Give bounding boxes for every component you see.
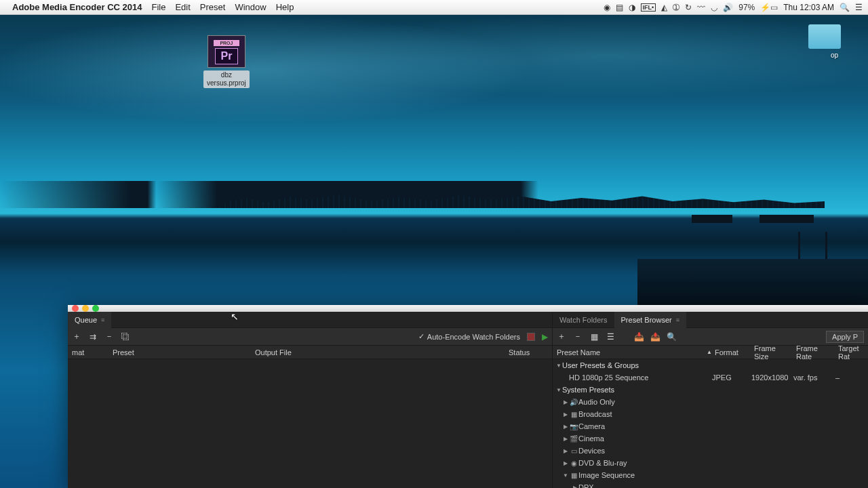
notification-center-icon[interactable]: ☰: [855, 3, 863, 12]
add-source-button[interactable]: ＋: [72, 331, 81, 342]
new-group-button[interactable]: ▦: [589, 332, 599, 342]
queue-column-headers: mat Preset Output File Status: [68, 346, 552, 359]
menubar-clock[interactable]: Thu 12:03 AM: [783, 3, 834, 12]
window-minimize-button[interactable]: [82, 305, 89, 312]
status-icon[interactable]: ◭: [661, 3, 667, 12]
app-name[interactable]: Adobe Media Encoder CC 2014: [12, 2, 142, 12]
auto-encode-checkbox[interactable]: ✓ Auto-Encode Watch Folders: [418, 332, 520, 341]
desktop-folder[interactable]: [808, 24, 841, 49]
status-icon[interactable]: ▤: [616, 3, 623, 12]
battery-icon[interactable]: ⚡▭: [760, 3, 778, 12]
preset-category[interactable]: ▶📷Camera: [553, 420, 868, 432]
preset-toolbar: ＋ － ▦ ☰ 📥 📤 🔍 Apply P: [553, 328, 868, 346]
apply-preset-button[interactable]: Apply P: [826, 331, 864, 343]
category-label: Devices: [578, 447, 868, 455]
category-label: Camera: [578, 422, 868, 430]
wifi-icon[interactable]: ◡: [711, 3, 717, 12]
preset-category[interactable]: ▶▭Devices: [553, 445, 868, 457]
menu-window[interactable]: Window: [235, 2, 266, 12]
col-frame-size[interactable]: Frame Size: [751, 344, 793, 361]
battery-percent[interactable]: 97%: [738, 3, 755, 12]
preset-category[interactable]: ▶🔊Audio Only: [553, 396, 868, 408]
group-user-presets[interactable]: ▼ User Presets & Groups: [553, 359, 868, 371]
queue-panel: Queue ≡ ＋ ⇉ － ⿻ ✓ Auto-Encode Watch Fold…: [68, 312, 553, 488]
tab-queue[interactable]: Queue ≡: [68, 312, 111, 328]
search-preset-button[interactable]: 🔍: [667, 332, 676, 342]
preset-category[interactable]: ▶🎬Cinema: [553, 432, 868, 445]
tab-watch-folders[interactable]: Watch Folders: [553, 312, 614, 328]
window-zoom-button[interactable]: [92, 305, 99, 312]
status-icon[interactable]: ◉: [604, 3, 610, 12]
col-frame-rate[interactable]: Frame Rate: [793, 344, 835, 361]
category-label: Cinema: [578, 434, 868, 443]
col-status[interactable]: Status: [505, 348, 552, 357]
preset-browser-panel: Watch Folders Preset Browser ≡ ＋ － ▦ ☰ 📥…: [553, 312, 868, 488]
new-preset-button[interactable]: ＋: [557, 331, 566, 342]
category-icon: ▦: [569, 411, 578, 418]
delete-preset-button[interactable]: －: [573, 331, 583, 342]
category-icon: 🎬: [569, 435, 578, 443]
disclosure-icon[interactable]: ▶: [572, 485, 578, 489]
menu-preset[interactable]: Preset: [200, 2, 226, 12]
status-icon[interactable]: IFL•: [641, 3, 656, 12]
spotlight-icon[interactable]: 🔍: [840, 3, 850, 12]
category-icon: 🔊: [569, 399, 578, 406]
tab-preset-browser[interactable]: Preset Browser ≡: [614, 312, 686, 328]
disclosure-icon[interactable]: ▼: [555, 363, 562, 369]
remove-button[interactable]: －: [104, 331, 114, 342]
category-icon: ▦: [569, 472, 578, 479]
group-system-presets[interactable]: ▼ System Presets: [553, 384, 868, 396]
queue-list[interactable]: [68, 359, 552, 488]
category-image-sequence[interactable]: ▼ ▦ Image Sequence: [553, 469, 868, 481]
disclosure-icon[interactable]: ▼: [555, 387, 562, 393]
col-format[interactable]: Format: [712, 348, 751, 357]
status-icon[interactable]: ↻: [685, 3, 692, 12]
preset-category[interactable]: ▶◉DVD & Blu-ray: [553, 457, 868, 469]
duplicate-button[interactable]: ⿻: [121, 332, 130, 342]
start-queue-button[interactable]: ▶: [542, 332, 548, 342]
disclosure-icon[interactable]: ▼: [562, 472, 569, 479]
col-output[interactable]: Output File: [251, 348, 505, 357]
category-label: DVD & Blu-ray: [578, 459, 868, 467]
ame-window: Queue ≡ ＋ ⇉ － ⿻ ✓ Auto-Encode Watch Fold…: [68, 305, 868, 488]
window-close-button[interactable]: [72, 305, 79, 312]
category-icon: 📷: [569, 423, 578, 430]
desktop-folder-label: op: [831, 52, 838, 59]
import-preset-button[interactable]: 📥: [634, 332, 644, 342]
preset-settings-button[interactable]: ☰: [606, 332, 615, 342]
disclosure-icon[interactable]: ▶: [562, 411, 569, 418]
sort-arrow-icon[interactable]: ▲: [704, 349, 712, 355]
status-icon[interactable]: ➀: [673, 3, 679, 12]
menu-help[interactable]: Help: [276, 2, 294, 12]
disclosure-icon[interactable]: ▶: [562, 436, 569, 442]
col-preset-name[interactable]: Preset Name: [553, 348, 704, 357]
panel-menu-icon[interactable]: ≡: [676, 317, 679, 323]
disclosure-icon[interactable]: ▶: [562, 460, 569, 466]
volume-icon[interactable]: 🔊: [723, 3, 733, 12]
status-icon[interactable]: 〰: [697, 3, 705, 12]
tab-queue-label: Queue: [75, 316, 97, 324]
category-dpx[interactable]: ▶ DPX: [553, 481, 868, 488]
category-icon: ◉: [569, 460, 578, 467]
menu-edit[interactable]: Edit: [175, 2, 190, 12]
desktop-file-prproj[interactable]: Pr dbz versus.prproj: [203, 35, 250, 88]
add-output-button[interactable]: ⇉: [88, 332, 98, 342]
category-label: Broadcast: [578, 410, 868, 418]
status-icon[interactable]: ◑: [629, 3, 635, 12]
panel-menu-icon[interactable]: ≡: [101, 317, 104, 323]
disclosure-icon[interactable]: ▶: [562, 424, 569, 430]
col-target-rate[interactable]: Target Rat: [835, 344, 868, 361]
preset-tree[interactable]: ▼ User Presets & Groups HD 1080p 25 Sequ…: [553, 359, 868, 488]
category-icon: ▭: [569, 447, 578, 455]
col-format[interactable]: mat: [68, 348, 108, 357]
stop-queue-button[interactable]: [527, 333, 535, 341]
window-titlebar[interactable]: [68, 305, 868, 312]
preset-category[interactable]: ▶▦Broadcast: [553, 408, 868, 420]
col-preset[interactable]: Preset: [108, 348, 251, 357]
premiere-icon: Pr: [215, 48, 238, 64]
disclosure-icon[interactable]: ▶: [562, 399, 569, 405]
menu-file[interactable]: File: [151, 2, 165, 12]
disclosure-icon[interactable]: ▶: [562, 448, 569, 454]
preset-item[interactable]: HD 1080p 25 Sequence JPEG 1920x1080 var.…: [553, 371, 868, 384]
export-preset-button[interactable]: 📤: [650, 332, 660, 342]
